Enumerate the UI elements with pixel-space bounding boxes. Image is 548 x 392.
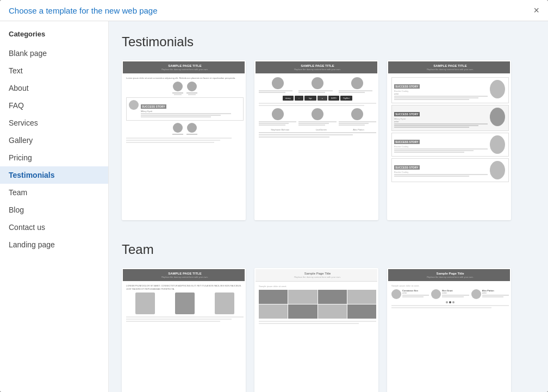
sidebar: Categories Blank pageTextAboutFAQService… xyxy=(0,21,109,392)
template-thumbnail: SAMPLE PAGE TITLE Replace the dummy cont… xyxy=(256,61,378,219)
template-thumbnail: SAMPLE PAGE TITLE Replace the dummy cont… xyxy=(123,269,246,392)
testimonials-section-title: Testimonials xyxy=(122,34,535,49)
modal-body: Categories Blank pageTextAboutFAQService… xyxy=(0,21,548,392)
template-card[interactable]: SAMPLE PAGE TITLE Replace the dummy cont… xyxy=(387,60,511,220)
template-card[interactable]: Sample Page Title Replace the dummy cont… xyxy=(254,268,378,392)
team-grid: SAMPLE PAGE TITLE Replace the dummy cont… xyxy=(122,268,535,392)
sidebar-item-team[interactable]: Team xyxy=(0,184,108,201)
testimonials-grid: SAMPLE PAGE TITLE Replace the dummy cont… xyxy=(122,60,535,220)
sidebar-item-landing-page[interactable]: Landing page xyxy=(0,236,108,253)
close-button[interactable]: × xyxy=(533,5,539,15)
modal-title: Choose a template for the new web page xyxy=(9,6,158,15)
sidebar-item-blank-page[interactable]: Blank page xyxy=(0,45,108,62)
modal-header: Choose a template for the new web page × xyxy=(0,0,548,21)
sidebar-item-testimonials[interactable]: Testimonials xyxy=(0,166,108,184)
sidebar-item-pricing[interactable]: Pricing xyxy=(0,149,108,166)
sidebar-item-blog[interactable]: Blog xyxy=(0,201,108,219)
sidebar-item-about[interactable]: About xyxy=(0,79,108,97)
template-thumbnail: Sample Page Title Replace the dummy cont… xyxy=(388,269,511,392)
template-thumbnail: SAMPLE PAGE TITLE Replace the dummy cont… xyxy=(388,61,511,219)
sidebar-item-contact-us[interactable]: Contact us xyxy=(0,219,108,236)
categories-label: Categories xyxy=(0,30,108,45)
sidebar-item-faq[interactable]: FAQ xyxy=(0,97,108,114)
modal: Choose a template for the new web page ×… xyxy=(0,0,548,392)
template-card[interactable]: SAMPLE PAGE TITLE Replace the dummy cont… xyxy=(254,60,378,220)
sidebar-item-text[interactable]: Text xyxy=(0,62,108,79)
template-card[interactable]: SAMPLE PAGE TITLE Replace the dummy cont… xyxy=(122,268,246,392)
sidebar-item-services[interactable]: Services xyxy=(0,114,108,132)
template-card[interactable]: SAMPLE PAGE TITLE Replace the dummy cont… xyxy=(122,60,246,220)
content-area: Testimonials SAMPLE PAGE TITLE Replace t… xyxy=(109,21,548,392)
template-card[interactable]: Sample Page Title Replace the dummy cont… xyxy=(387,268,511,392)
sidebar-items-container: Blank pageTextAboutFAQServicesGalleryPri… xyxy=(0,45,108,253)
team-section-title: Team xyxy=(122,242,535,257)
template-thumbnail: SAMPLE PAGE TITLE Replace the dummy cont… xyxy=(123,61,246,219)
template-thumbnail: Sample Page Title Replace the dummy cont… xyxy=(256,269,378,392)
sidebar-item-gallery[interactable]: Gallery xyxy=(0,132,108,149)
